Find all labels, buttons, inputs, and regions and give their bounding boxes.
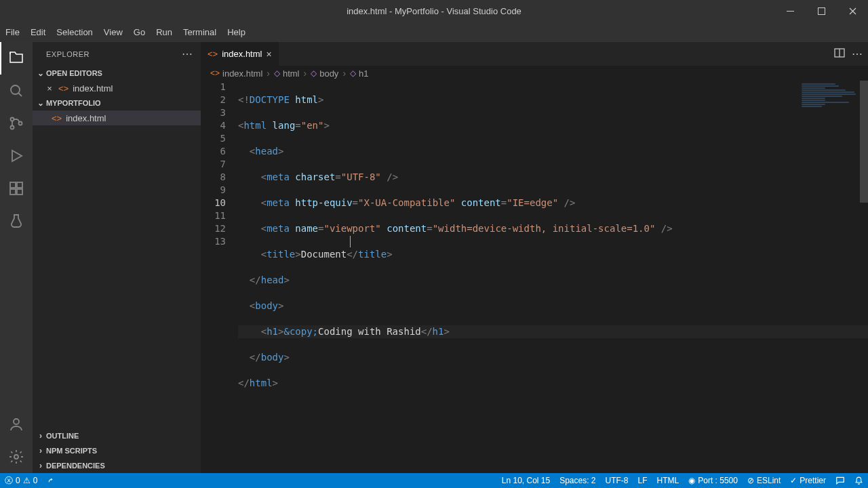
minimap[interactable]	[799, 81, 860, 473]
section-outline-label: OUTLINE	[46, 432, 79, 440]
menu-selection[interactable]: Selection	[51, 22, 98, 42]
section-npm-scripts[interactable]: › NPM SCRIPTS	[33, 443, 201, 458]
section-folder[interactable]: ⌄ MYPORTFOLIO	[33, 96, 201, 110]
status-encoding[interactable]: UTF-8	[601, 473, 633, 488]
tab-index-html[interactable]: <> index.html ×	[201, 42, 279, 66]
breadcrumb-html[interactable]: ◇ html	[274, 68, 300, 79]
statusbar: ⓧ0 ⚠0 Ln 10, Col 15 Spaces: 2 UTF-8 LF H…	[0, 473, 868, 488]
check-icon: ✓	[790, 476, 797, 485]
line-number: 1	[201, 81, 226, 94]
chevron-right-icon: ›	[302, 68, 309, 79]
breadcrumb-file-label: index.html	[222, 68, 262, 79]
status-eol[interactable]: LF	[633, 473, 652, 488]
chevron-right-icon: ›	[35, 446, 46, 455]
activity-extensions-icon[interactable]	[0, 172, 33, 205]
tabs: <> index.html × ⋯	[201, 42, 868, 66]
line-number: 3	[201, 106, 226, 119]
activity-source-control-icon[interactable]	[0, 107, 33, 140]
html-file-icon: <>	[58, 83, 68, 94]
svg-point-2	[11, 85, 20, 94]
minimize-button[interactable]	[774, 0, 806, 22]
status-bell-icon[interactable]	[850, 473, 868, 488]
svg-point-11	[14, 455, 18, 459]
file-item-name: index.html	[66, 113, 106, 123]
maximize-button[interactable]	[806, 0, 837, 22]
section-open-editors-label: OPEN EDITORS	[46, 69, 102, 77]
svg-point-10	[14, 419, 19, 424]
code-area[interactable]: <!DOCTYPE html> <html lang="en"> <head> …	[238, 81, 868, 473]
workbench: EXPLORER ⋯ ⌄ OPEN EDITORS × <> index.htm…	[0, 42, 868, 473]
status-port[interactable]: ◉Port : 5500	[684, 473, 743, 488]
window-title: index.html - MyPortfolio - Visual Studio…	[347, 6, 521, 16]
window-controls	[774, 0, 868, 22]
scrollbar-thumb[interactable]	[860, 81, 868, 203]
section-dependencies[interactable]: › DEPENDENCIES	[33, 458, 201, 473]
svg-rect-9	[17, 182, 22, 188]
open-editor-item[interactable]: × <> index.html	[33, 81, 201, 96]
file-item[interactable]: <> index.html	[33, 110, 201, 125]
line-number: 10	[201, 197, 226, 209]
activity-settings-icon[interactable]	[0, 441, 33, 473]
line-number: 2	[201, 94, 226, 106]
activity-search-icon[interactable]	[0, 75, 33, 107]
menu-file[interactable]: File	[0, 22, 25, 42]
breadcrumbs[interactable]: <> index.html › ◇ html › ◇ body › ◇ h1	[201, 66, 868, 81]
status-feedback-icon[interactable]	[831, 473, 850, 488]
activity-explorer-icon[interactable]	[0, 42, 33, 75]
tabs-actions: ⋯	[834, 42, 868, 66]
editor-more-icon[interactable]: ⋯	[852, 47, 863, 60]
menu-help[interactable]: Help	[222, 22, 251, 42]
activity-accounts-icon[interactable]	[0, 408, 33, 441]
chevron-down-icon: ⌄	[35, 68, 46, 78]
svg-rect-8	[17, 189, 22, 195]
breadcrumb-label: html	[283, 68, 300, 79]
sidebar-more-icon[interactable]: ⋯	[182, 47, 193, 60]
menu-view[interactable]: View	[98, 22, 128, 42]
menubar: File Edit Selection View Go Run Terminal…	[0, 22, 868, 42]
text-cursor	[350, 236, 351, 247]
status-live-server-icon[interactable]	[42, 473, 60, 488]
attr-name: viewport	[330, 223, 375, 234]
status-spaces[interactable]: Spaces: 2	[555, 473, 600, 488]
html-file-icon: <>	[208, 49, 218, 59]
split-editor-icon[interactable]	[834, 47, 845, 61]
activity-testing-icon[interactable]	[0, 205, 33, 237]
breadcrumb-label: body	[319, 68, 338, 79]
status-prettier[interactable]: ✓Prettier	[785, 473, 831, 488]
sidebar: EXPLORER ⋯ ⌄ OPEN EDITORS × <> index.htm…	[33, 42, 201, 473]
line-number: 11	[201, 209, 226, 222]
line-number: 4	[201, 119, 226, 132]
status-prettier-label: Prettier	[800, 476, 826, 485]
menu-go[interactable]: Go	[128, 22, 151, 42]
code-editor[interactable]: 1 2 3 4 5 6 7 8 9 10 11 12 13 <!DOCTYPE …	[201, 81, 868, 473]
symbol-icon: ◇	[311, 68, 317, 78]
status-port-label: Port : 5500	[698, 476, 738, 485]
tab-close-icon[interactable]: ×	[266, 49, 271, 60]
sidebar-title: EXPLORER ⋯	[33, 42, 201, 66]
status-eslint[interactable]: ⊘ESLint	[743, 473, 785, 488]
vertical-scrollbar[interactable]	[860, 81, 868, 473]
section-npm-label: NPM SCRIPTS	[46, 447, 97, 455]
breadcrumb-body[interactable]: ◇ body	[311, 68, 338, 79]
sidebar-title-label: EXPLORER	[46, 50, 90, 58]
close-icon[interactable]: ×	[45, 83, 54, 94]
breadcrumb-file[interactable]: <> index.html	[210, 68, 262, 79]
svg-point-5	[19, 122, 22, 125]
status-language[interactable]: HTML	[652, 473, 684, 488]
menu-edit[interactable]: Edit	[25, 22, 51, 42]
status-lncol[interactable]: Ln 10, Col 15	[497, 473, 555, 488]
section-outline[interactable]: › OUTLINE	[33, 428, 201, 443]
menu-run[interactable]: Run	[151, 22, 178, 42]
section-open-editors[interactable]: ⌄ OPEN EDITORS	[33, 66, 201, 81]
activity-run-debug-icon[interactable]	[0, 140, 33, 172]
breadcrumb-h1[interactable]: ◇ h1	[350, 68, 368, 79]
symbol-icon: ◇	[350, 68, 356, 78]
svg-point-3	[11, 118, 14, 121]
close-button[interactable]	[837, 0, 868, 22]
status-problems[interactable]: ⓧ0 ⚠0	[0, 473, 42, 488]
activity-bar	[0, 42, 33, 473]
menu-terminal[interactable]: Terminal	[178, 22, 222, 42]
line-number: 7	[201, 158, 226, 171]
section-deps-label: DEPENDENCIES	[46, 462, 105, 470]
broadcast-icon: ◉	[688, 476, 695, 485]
